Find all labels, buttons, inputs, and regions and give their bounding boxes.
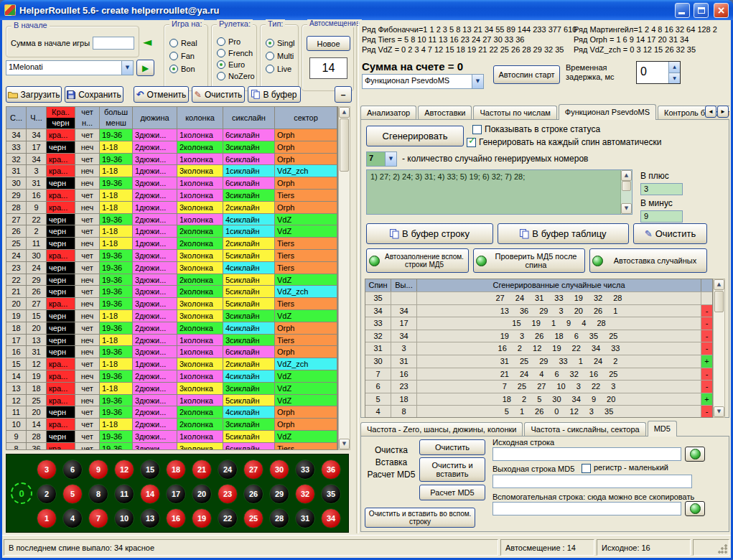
- main-table-row[interactable]: 2229черннеч19-363дюжи...2колонка5сиклайн…: [6, 274, 337, 286]
- auto-generate-checkbox[interactable]: ✓ Генерировать на каждый спин автоматиче…: [467, 137, 661, 147]
- game-radio-real[interactable]: Real: [169, 39, 207, 47]
- left-arrow-icon[interactable]: ◄: [143, 37, 151, 48]
- buffer-row-button[interactable]: В буфер строку: [366, 223, 493, 244]
- game-radio-fan[interactable]: Fan: [169, 52, 207, 60]
- board-number-2[interactable]: 2: [37, 484, 57, 504]
- main-table-row[interactable]: 1631черннеч19-363дюжи...1колонка6сиклайн…: [6, 345, 337, 358]
- spin-table-row[interactable]: 31316 2 12 19 22 34 33-: [365, 342, 712, 355]
- wheel-radio-french[interactable]: French: [217, 49, 256, 57]
- chevron-down-icon[interactable]: ▼: [121, 61, 133, 75]
- scroll-up-button[interactable]: ▲: [339, 107, 350, 118]
- tab-scroll-left-button[interactable]: ◄: [705, 106, 716, 118]
- main-table-row[interactable]: 2722чернчет19-362дюжи...1колонка4сиклайн…: [6, 213, 337, 225]
- main-table-row[interactable]: 836кра...чет19-363дюжи...3колонка6сиклай…: [6, 442, 337, 450]
- board-number-8[interactable]: 8: [88, 484, 108, 504]
- spin-table-row[interactable]: 71621 24 4 6 32 16 25-: [365, 368, 712, 381]
- md5-helper-action-button[interactable]: [685, 501, 705, 516]
- board-number-7[interactable]: 7: [88, 508, 108, 528]
- numbers-scrollbar[interactable]: ▲ ▼: [620, 170, 632, 214]
- md5-clear-paste-button[interactable]: Очистить и вставить: [419, 457, 485, 482]
- type-radio-multi[interactable]: Multi: [266, 52, 298, 60]
- spin-table-row[interactable]: 331715 19 1 9 4 28-: [365, 317, 712, 330]
- main-table-row[interactable]: 2126чернчет19-363дюжи...2колонка5сиклайн…: [6, 285, 337, 297]
- board-number-20[interactable]: 20: [192, 484, 212, 504]
- scroll-thumb[interactable]: [622, 181, 631, 191]
- spin-table-row[interactable]: 343413 36 29 3 20 26 1-: [365, 304, 712, 317]
- main-tab-1[interactable]: Анализатор: [360, 106, 416, 119]
- main-tab-4[interactable]: Функционал PsevdoMS: [559, 104, 656, 120]
- spin-table-row[interactable]: 6237 25 27 10 3 22 3-: [365, 380, 712, 393]
- close-button[interactable]: ×: [714, 3, 729, 18]
- board-number-22[interactable]: 22: [218, 508, 238, 528]
- freq-tab-3[interactable]: MD5: [648, 421, 677, 437]
- board-number-15[interactable]: 15: [140, 459, 160, 480]
- main-table-row[interactable]: 1512кра...чет1-181дюжи...3колонка2сиклай…: [6, 358, 337, 370]
- spin-table-row[interactable]: 303131 25 29 33 1 24 2+: [365, 355, 712, 368]
- undo-button[interactable]: ↶ Отменить: [134, 86, 189, 103]
- board-number-27[interactable]: 27: [243, 459, 263, 480]
- start-sum-input[interactable]: [93, 37, 134, 50]
- minus-button[interactable]: –: [335, 86, 352, 103]
- main-table-row[interactable]: 1014кра...чет1-182дюжи...2колонка3сиклай…: [6, 418, 337, 430]
- scroll-up-button[interactable]: ▲: [714, 279, 724, 290]
- spin-table-row[interactable]: 323419 3 26 18 6 35 25-: [365, 330, 712, 342]
- main-tab-3[interactable]: Частоты по числам: [473, 106, 556, 119]
- tab-scroll-right-button[interactable]: ►: [717, 106, 729, 118]
- board-number-19[interactable]: 19: [192, 508, 212, 528]
- board-number-6[interactable]: 6: [62, 459, 83, 480]
- scroll-down-button[interactable]: ▼: [339, 439, 350, 449]
- main-table-row[interactable]: 2027кра...неч19-363дюжи...3колонка5сикла…: [6, 297, 337, 309]
- md5-helper-clear-button[interactable]: Очистить и вставить во вспом. строку: [365, 508, 475, 528]
- scroll-down-button[interactable]: ▼: [714, 406, 724, 417]
- md5-clear-button[interactable]: Очистить: [419, 439, 485, 455]
- board-number-31[interactable]: 31: [295, 508, 315, 528]
- wheel-radio-euro[interactable]: Euro: [217, 60, 256, 69]
- md5-calc-button[interactable]: Расчет MD5: [419, 485, 485, 500]
- board-number-13[interactable]: 13: [140, 508, 160, 528]
- board-number-21[interactable]: 21: [192, 459, 212, 480]
- board-number-32[interactable]: 32: [295, 484, 315, 504]
- freq-tab-1[interactable]: Частота - Zero, шансы, дюжины, колонки: [360, 422, 523, 436]
- main-table-row[interactable]: 1915черннеч1-182дюжи...3колонка3сиклайнV…: [6, 309, 337, 322]
- save-button[interactable]: Сохранить: [65, 86, 123, 103]
- board-number-1[interactable]: 1: [37, 508, 57, 528]
- type-radio-singl[interactable]: Singl: [266, 39, 298, 47]
- board-number-5[interactable]: 5: [62, 484, 83, 504]
- main-table-row[interactable]: 262чернчет1-181дюжи...2колонка1сиклайнVd…: [6, 225, 337, 237]
- main-table-row[interactable]: 2324чернчет19-362дюжи...3колонка4сиклайн…: [6, 261, 337, 274]
- profile-combo[interactable]: 1Melonati ▼: [6, 60, 134, 75]
- board-number-9[interactable]: 9: [88, 459, 108, 480]
- main-table-row[interactable]: 2511черннеч1-181дюжи...2колонка2сиклайнT…: [6, 237, 337, 249]
- delay-spinner[interactable]: 0 ▲ ▼: [636, 61, 681, 84]
- main-table-row[interactable]: 1713черннеч1-182дюжи...1колонка3сиклайнT…: [6, 334, 337, 346]
- load-button[interactable]: Загрузить: [6, 86, 62, 103]
- main-table-row[interactable]: 2916кра...чет1-182дюжи...1колонка3сиклай…: [6, 189, 337, 201]
- main-table-row[interactable]: 3317черннеч1-182дюжи...2колонка3сиклайнO…: [6, 141, 337, 153]
- buffer-button[interactable]: В буфер: [248, 86, 301, 103]
- generated-numbers-area[interactable]: 1) 27; 2) 24; 3) 31; 4) 33; 5) 19; 6) 32…: [366, 169, 632, 215]
- board-number-0[interactable]: 0: [11, 482, 32, 504]
- maximize-button[interactable]: [694, 3, 709, 18]
- main-table-row[interactable]: 1820чернчет19-362дюжи...2колонка4сиклайн…: [6, 322, 337, 334]
- chevron-down-icon[interactable]: ▼: [472, 75, 483, 88]
- clear-button[interactable]: ✎ Очистить: [192, 86, 245, 103]
- main-table-row[interactable]: 3434кра...чет19-363дюжи...1колонка6сикла…: [6, 129, 337, 141]
- md5-source-action-button[interactable]: [685, 447, 705, 462]
- type-radio-live[interactable]: Live: [266, 65, 298, 73]
- board-number-25[interactable]: 25: [243, 508, 263, 528]
- minimize-button[interactable]: [675, 3, 690, 18]
- game-radio-bon[interactable]: Bon: [169, 65, 207, 73]
- md5-helper-input[interactable]: [492, 502, 681, 515]
- board-number-33[interactable]: 33: [295, 459, 315, 480]
- spin-table-row[interactable]: 3527 24 31 33 19 32 28: [365, 291, 712, 304]
- spinner-up-button[interactable]: ▲: [669, 62, 680, 73]
- board-number-18[interactable]: 18: [166, 459, 186, 480]
- spinner-down-button[interactable]: ▼: [669, 73, 680, 84]
- main-table-row[interactable]: 1225кра...неч19-363дюжи...1колонка5сикла…: [6, 394, 337, 406]
- board-number-12[interactable]: 12: [114, 459, 134, 480]
- board-number-29[interactable]: 29: [269, 484, 289, 504]
- board-number-26[interactable]: 26: [243, 484, 263, 504]
- wheel-radio-pro[interactable]: Pro: [217, 37, 256, 46]
- main-table-row[interactable]: 2430кра...чет19-363дюжи...3колонка5сикла…: [6, 249, 337, 261]
- autobet-button[interactable]: Автоставка случайных: [589, 248, 707, 273]
